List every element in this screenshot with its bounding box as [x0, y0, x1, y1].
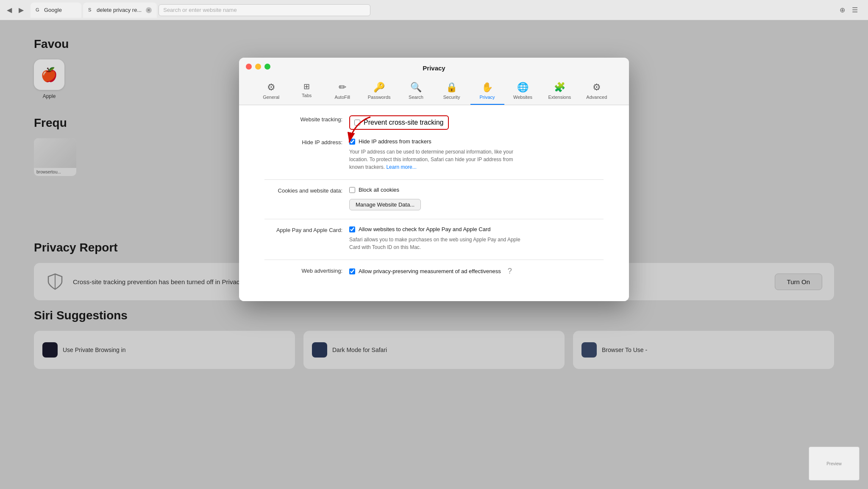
main-content: Favou 🍎 Apple Frequ browsertou... Privac… — [0, 20, 868, 489]
web-advertising-row: Web advertising: Allow privacy-preservin… — [264, 267, 604, 279]
hide-ip-checkbox-row: Hide IP address from trackers — [349, 138, 604, 145]
apple-pay-checkbox-row: Allow websites to check for Apple Pay an… — [349, 226, 604, 232]
hide-ip-description: Your IP address can be used to determine… — [349, 148, 527, 171]
close-button[interactable] — [246, 64, 252, 70]
learn-more-link[interactable]: Learn more... — [386, 164, 416, 170]
web-advertising-checkbox[interactable] — [349, 268, 355, 274]
apple-pay-row: Apple Pay and Apple Card: Allow websites… — [264, 226, 604, 251]
passwords-icon: 🔑 — [373, 82, 385, 93]
tab-security-label: Security — [443, 95, 460, 100]
tab-autofill[interactable]: ✏ AutoFill — [326, 78, 359, 105]
security-icon: 🔒 — [446, 82, 457, 93]
tab-websites-label: Websites — [513, 95, 532, 100]
tab-extensions-label: Extensions — [548, 95, 571, 100]
tab-privacy[interactable]: ✋ Privacy — [470, 78, 504, 105]
dialog-content: Website tracking: Prevent cross-site tra… — [239, 105, 629, 301]
tab-websites[interactable]: 🌐 Websites — [506, 78, 540, 105]
tab-advanced-label: Advanced — [586, 95, 607, 100]
manage-website-data-button[interactable]: Manage Website Data... — [349, 199, 421, 210]
tabs-icon: ⊞ — [303, 82, 310, 91]
dialog-titlebar: Privacy — [239, 58, 629, 75]
help-icon[interactable]: ? — [504, 267, 515, 276]
apple-pay-label: Apple Pay and Apple Card: — [264, 226, 349, 233]
tab-search[interactable]: 🔍 Search — [399, 78, 433, 105]
tab-advanced[interactable]: ⚙ Advanced — [579, 78, 614, 105]
block-cookies-label: Block all cookies — [359, 187, 399, 193]
divider-3 — [264, 260, 604, 260]
tab-passwords[interactable]: 🔑 Passwords — [361, 78, 398, 105]
share-icon[interactable]: ⊕ — [840, 6, 845, 14]
apple-pay-checkbox[interactable] — [349, 226, 355, 232]
divider-2 — [264, 219, 604, 219]
safari-favicon: S — [88, 7, 94, 13]
cookies-checkbox-row: Block all cookies — [349, 187, 604, 193]
dialog-title: Privacy — [423, 64, 445, 72]
apple-pay-checkbox-label: Allow websites to check for Apple Pay an… — [359, 226, 490, 232]
cookies-controls: Block all cookies Manage Website Data... — [349, 187, 604, 210]
tab-delete-privacy[interactable]: S delete privacy re... ✕ — [83, 3, 157, 18]
website-tracking-label: Website tracking: — [264, 115, 349, 123]
back-button[interactable]: ◀ — [7, 6, 12, 14]
tab-general-label: General — [263, 95, 279, 100]
thumbnail-preview: Preview — [809, 447, 860, 481]
hide-ip-checkbox-label: Hide IP address from trackers — [359, 138, 431, 145]
tab-security[interactable]: 🔒 Security — [435, 78, 469, 105]
maximize-button[interactable] — [264, 64, 270, 70]
address-bar[interactable]: Search or enter website name — [159, 4, 370, 16]
websites-icon: 🌐 — [517, 82, 529, 93]
web-advertising-label: Web advertising: — [264, 267, 349, 274]
cookies-label: Cookies and website data: — [264, 187, 349, 194]
privacy-dialog: Privacy ⚙ General ⊞ Tabs ✏ AutoFill 🔑 — [239, 58, 629, 301]
cookies-row: Cookies and website data: Block all cook… — [264, 187, 604, 210]
divider-1 — [264, 179, 604, 180]
tab-general[interactable]: ⚙ General — [254, 78, 288, 105]
tab-privacy-label: Privacy — [479, 95, 495, 100]
hide-ip-controls: Hide IP address from trackers Your IP ad… — [349, 138, 604, 171]
prevent-cross-site-label: Prevent cross-site tracking — [364, 119, 444, 126]
address-placeholder: Search or enter website name — [163, 7, 236, 13]
google-favicon: G — [36, 7, 42, 13]
tab-tabs-label: Tabs — [302, 93, 312, 98]
hide-ip-label: Hide IP address: — [264, 138, 349, 145]
tab-passwords-label: Passwords — [368, 95, 391, 100]
privacy-icon: ✋ — [481, 82, 493, 93]
nav-toolbar: ◀ ▶ — [7, 6, 24, 14]
tab-google-label: Google — [44, 7, 62, 13]
hide-ip-row: Hide IP address: Hide IP address from tr… — [264, 138, 604, 171]
search-icon: 🔍 — [410, 82, 422, 93]
window-buttons — [246, 64, 270, 70]
advanced-icon: ⚙ — [593, 82, 601, 93]
tab-bar: G Google S delete privacy re... ✕ Search… — [31, 3, 836, 18]
prevent-cross-site-checkbox[interactable] — [354, 120, 360, 126]
extensions-icon: 🧩 — [554, 82, 565, 93]
tab-google[interactable]: G Google — [31, 3, 81, 18]
hide-ip-checkbox[interactable] — [349, 139, 355, 145]
autofill-icon: ✏ — [339, 82, 346, 93]
preference-tabs: ⚙ General ⊞ Tabs ✏ AutoFill 🔑 Passwords … — [239, 75, 629, 105]
website-tracking-row: Website tracking: Prevent cross-site tra… — [264, 115, 604, 130]
block-all-cookies-checkbox[interactable] — [349, 187, 355, 193]
tab-search-label: Search — [409, 95, 423, 100]
tab-close-button[interactable]: ✕ — [146, 7, 152, 13]
web-advertising-checkbox-row: Allow privacy-preserving measurement of … — [349, 267, 604, 276]
web-advertising-controls: Allow privacy-preserving measurement of … — [349, 267, 604, 279]
browser-toolbar-right: ⊕ ☰ — [840, 6, 858, 14]
minimize-button[interactable] — [255, 64, 261, 70]
website-tracking-highlight: Prevent cross-site tracking — [349, 115, 449, 130]
sidebar-icon[interactable]: ☰ — [852, 6, 858, 14]
dialog-overlay: Privacy ⚙ General ⊞ Tabs ✏ AutoFill 🔑 — [0, 20, 868, 489]
apple-pay-description: Safari allows you to make purchases on t… — [349, 236, 527, 251]
general-icon: ⚙ — [267, 82, 275, 93]
apple-pay-controls: Allow websites to check for Apple Pay an… — [349, 226, 604, 251]
web-advertising-label-text: Allow privacy-preserving measurement of … — [359, 268, 501, 274]
tab-delete-label: delete privacy re... — [97, 7, 142, 13]
tab-extensions[interactable]: 🧩 Extensions — [542, 78, 578, 105]
tab-tabs[interactable]: ⊞ Tabs — [290, 78, 324, 105]
forward-button[interactable]: ▶ — [19, 6, 24, 14]
browser-chrome: ◀ ▶ G Google S delete privacy re... ✕ Se… — [0, 0, 868, 20]
website-tracking-controls: Prevent cross-site tracking — [349, 115, 604, 130]
thumbnail-content: Preview — [809, 447, 859, 480]
tab-autofill-label: AutoFill — [334, 95, 350, 100]
